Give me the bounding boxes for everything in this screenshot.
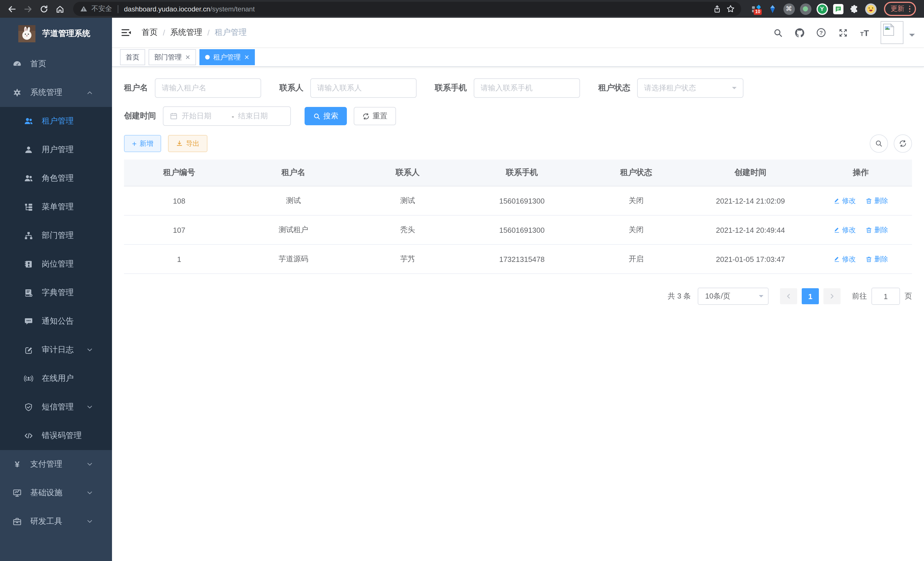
command-extension-button[interactable]: ⌘ — [783, 3, 795, 15]
chat-icon — [835, 5, 842, 12]
edit-link[interactable]: 修改 — [833, 254, 856, 264]
trash-icon — [866, 256, 872, 262]
chat-extension-button[interactable] — [833, 4, 843, 14]
gem-extension-button[interactable] — [766, 3, 778, 15]
status-select[interactable]: 请选择租户状态 — [637, 78, 743, 98]
reset-button[interactable]: 重置 — [354, 107, 396, 125]
page-number-current[interactable]: 1 — [802, 288, 819, 304]
font-size-button[interactable]: TT — [858, 26, 872, 39]
sidebar-item-error-code[interactable]: 错误码管理 — [0, 421, 112, 450]
share-button[interactable] — [710, 2, 724, 16]
edit-icon — [833, 256, 840, 262]
next-page-button[interactable] — [824, 288, 841, 304]
sidebar-item-pay[interactable]: ¥ 支付管理 — [0, 450, 112, 479]
edit-link[interactable]: 修改 — [833, 225, 856, 235]
download-icon — [176, 140, 183, 147]
toolbox-icon — [13, 517, 22, 526]
extensions-menu-button[interactable] — [848, 3, 860, 15]
end-date-placeholder: 结束日期 — [238, 111, 284, 121]
user-avatar[interactable] — [880, 21, 903, 44]
browser-forward-button[interactable] — [21, 2, 35, 16]
gem-icon — [768, 4, 777, 14]
profile-avatar[interactable] — [865, 3, 876, 15]
toggle-search-button[interactable] — [870, 134, 888, 153]
tag-label: 部门管理 — [154, 52, 182, 62]
browser-home-button[interactable] — [52, 2, 68, 16]
sidebar-item-user[interactable]: 用户管理 — [0, 135, 112, 164]
date-range-picker[interactable]: 开始日期 - 结束日期 — [163, 106, 291, 126]
sidebar-item-dict[interactable]: 字典管理 — [0, 278, 112, 307]
tenant-table: 租户编号 租户名 联系人 联系手机 租户状态 创建时间 操作 108 测试 — [124, 159, 912, 274]
tag-tenant[interactable]: 租户管理 ✕ — [200, 49, 255, 65]
breadcrumb-current: 租户管理 — [215, 27, 247, 38]
y-extension-button[interactable]: Y — [816, 3, 828, 15]
home-icon — [56, 4, 64, 14]
sidebar-item-dev-tools[interactable]: 研发工具 — [0, 507, 112, 536]
sidebar-item-tenant[interactable]: 租户管理 — [0, 107, 112, 135]
tag-dept[interactable]: 部门管理 ✕ — [148, 49, 196, 65]
sidebar-item-notice[interactable]: 通知公告 — [0, 307, 112, 336]
tag-close-icon[interactable]: ✕ — [185, 53, 190, 61]
browser-update-button[interactable]: 更新 — [884, 2, 916, 16]
yen-icon: ¥ — [13, 460, 22, 469]
col-status: 租户状态 — [581, 159, 692, 186]
breadcrumb-home[interactable]: 首页 — [142, 27, 158, 38]
sidebar-item-audit-log[interactable]: 审计日志 — [0, 336, 112, 364]
browser-back-button[interactable] — [4, 2, 20, 16]
gear-icon — [13, 88, 22, 97]
col-actions: 操作 — [809, 159, 912, 186]
org-icon — [24, 231, 33, 240]
sidebar-item-post[interactable]: 岗位管理 — [0, 250, 112, 278]
sidebar-item-label: 租户管理 — [42, 116, 102, 126]
export-button[interactable]: 导出 — [168, 135, 207, 152]
delete-link[interactable]: 删除 — [866, 196, 888, 206]
refresh-table-button[interactable] — [894, 134, 912, 153]
extension-badged-button[interactable]: 10 — [750, 3, 761, 15]
goto-page-input[interactable] — [872, 288, 900, 305]
browser-menu-icon[interactable] — [909, 6, 910, 12]
search-button[interactable]: 搜索 — [304, 107, 347, 125]
header-search-button[interactable] — [771, 26, 784, 39]
edit-link[interactable]: 修改 — [833, 196, 856, 206]
sidebar-item-home[interactable]: 首页 — [0, 50, 112, 78]
sidebar-item-online-users[interactable]: 在线用户 — [0, 364, 112, 393]
avatar-dropdown-caret[interactable] — [909, 34, 915, 39]
screen: 不安全 dashboard.yudao.iocoder.cn/system/te… — [0, 0, 924, 561]
github-link[interactable] — [793, 26, 806, 39]
help-button[interactable]: ? — [814, 26, 828, 39]
tags-view-bar: 首页 部门管理 ✕ 租户管理 ✕ — [112, 48, 924, 67]
tag-close-icon[interactable]: ✕ — [244, 53, 249, 61]
phone-input[interactable]: 请输入联系手机 — [474, 78, 580, 98]
online-users-icon — [24, 374, 33, 383]
page-size-select[interactable]: 10条/页 — [698, 288, 769, 305]
tenant-name-input[interactable]: 请输入租户名 — [155, 78, 261, 98]
sidebar-item-dept[interactable]: 部门管理 — [0, 221, 112, 250]
search-form-row-1: 租户名 请输入租户名 联系人 请输入联系人 联系手机 请输入联系手机 租户状态 … — [124, 78, 912, 98]
address-bar[interactable]: 不安全 dashboard.yudao.iocoder.cn/system/te… — [73, 2, 741, 16]
top-navbar: 首页 / 系统管理 / 租户管理 ? — [112, 18, 924, 48]
security-warning-icon — [80, 5, 87, 13]
add-button[interactable]: + 新增 — [124, 135, 161, 152]
sidebar-item-sms[interactable]: 短信管理 — [0, 393, 112, 421]
sidebar-item-label: 首页 — [30, 59, 102, 69]
sidebar-item-label: 短信管理 — [42, 402, 86, 412]
col-phone: 联系手机 — [463, 159, 581, 186]
delete-link[interactable]: 删除 — [866, 254, 888, 264]
sidebar-collapse-button[interactable] — [121, 28, 131, 37]
bookmark-button[interactable] — [724, 2, 737, 16]
fullscreen-button[interactable] — [836, 26, 850, 39]
dot-extension-button[interactable] — [800, 3, 811, 15]
breadcrumb-system[interactable]: 系统管理 — [170, 27, 202, 38]
sidebar-item-label: 岗位管理 — [42, 259, 102, 269]
sidebar-item-menu[interactable]: 菜单管理 — [0, 193, 112, 221]
sidebar-item-system[interactable]: 系统管理 — [0, 78, 112, 107]
sidebar-item-infra[interactable]: 基础设施 — [0, 479, 112, 507]
tag-home[interactable]: 首页 — [120, 49, 145, 65]
delete-link[interactable]: 删除 — [866, 225, 888, 235]
prev-page-button[interactable] — [780, 288, 797, 304]
page-unit-label: 页 — [904, 291, 912, 301]
browser-reload-button[interactable] — [37, 2, 51, 16]
sidebar-item-role[interactable]: 角色管理 — [0, 164, 112, 193]
contact-input[interactable]: 请输入联系人 — [310, 78, 417, 98]
arrow-left-icon — [8, 4, 16, 14]
